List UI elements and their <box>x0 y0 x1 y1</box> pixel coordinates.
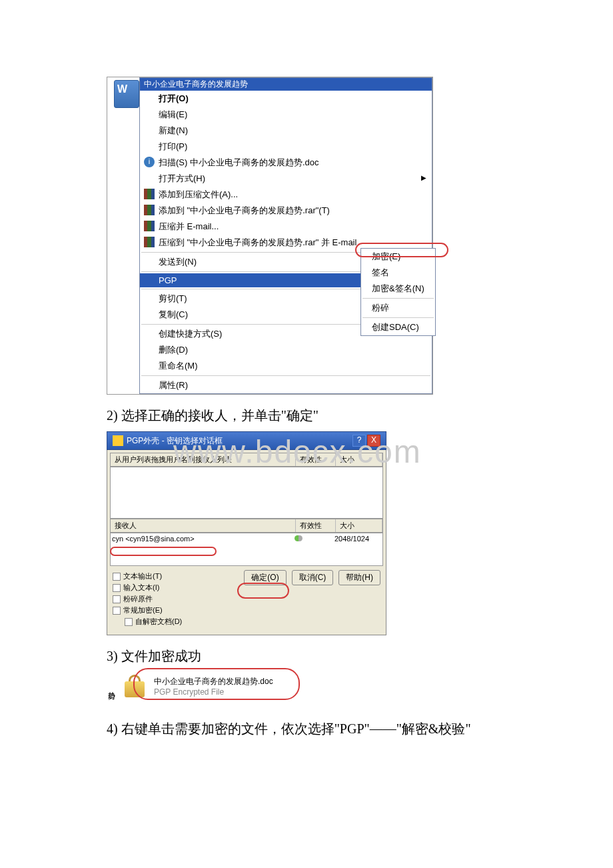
menu-item-label: 添加到 "中小企业电子商务的发展趋势.rar"(T) <box>159 205 330 215</box>
menu-item[interactable]: 删除(D) <box>140 342 432 358</box>
recipient-list-header: 接收人 有效性 大小 <box>110 519 383 533</box>
filename-highlight: 中小企业电子商务的发展趋势 <box>140 78 432 91</box>
dialog-title-text: PGP外壳 - 密钥选择对话框 <box>127 435 223 447</box>
step-4-text: 4) 右键单击需要加密的文件，依次选择"PGP"——"解密&校验" <box>107 720 506 738</box>
menu-item[interactable]: 编辑(E) <box>140 107 432 123</box>
check-shred[interactable]: 粉碎原件 <box>113 594 244 604</box>
menu-item-label: 属性(R) <box>159 380 188 390</box>
cancel-button[interactable]: 取消(C) <box>292 570 334 585</box>
menu-item[interactable]: 添加到 "中小企业电子商务的发展趋势.rar"(T) <box>140 203 432 219</box>
context-menu-screenshot: 中小企业电子商务的发展趋势 打开(O)编辑(E)新建(N)打印(P)i扫描(S)… <box>107 77 433 395</box>
col-name: 从用户列表拖拽用户名到接收人列表 <box>111 453 296 466</box>
submenu-item[interactable]: 粉碎 <box>361 300 435 316</box>
check-self-decrypt[interactable]: 自解密文档(D) <box>125 617 244 627</box>
check-input-text[interactable]: 输入文本(I) <box>113 583 244 593</box>
menu-item-label: 打开方式(H) <box>159 173 205 183</box>
menu-item-label: 扫描(S) 中小企业电子商务的发展趋势.doc <box>159 157 319 167</box>
dialog-titlebar: PGP外壳 - 密钥选择对话框 ? X <box>107 431 386 450</box>
menu-item-label: 重命名(M) <box>159 361 198 371</box>
step-3-text: 3) 文件加密成功 <box>107 647 506 665</box>
menu-separator <box>362 298 434 299</box>
menu-item[interactable]: 打开方式(H)▶ <box>140 171 432 187</box>
step-2-text: 2) 选择正确的接收人，并单击"确定" <box>107 407 506 425</box>
submenu-item[interactable]: 创建SDA(C) <box>361 319 435 335</box>
encrypted-file-info: 中小企业电子商务的发展趋势.doc PGP Encrypted File <box>154 676 273 697</box>
ok-button[interactable]: 确定(O) <box>244 570 286 585</box>
col-valid: 有效性 <box>296 453 336 466</box>
dialog-body: 从用户列表拖拽用户名到接收人列表 有效性 大小 接收人 有效性 大小 cyn <… <box>107 450 386 635</box>
books-icon <box>144 237 155 247</box>
help-button[interactable]: 帮助(H) <box>338 570 380 585</box>
menu-item-label: 新建(N) <box>159 125 188 135</box>
menu-item[interactable]: 压缩并 E-mail... <box>140 219 432 235</box>
books-icon <box>144 189 155 199</box>
close-button[interactable]: X <box>367 435 380 447</box>
recipient-valid <box>295 535 334 543</box>
menu-separator <box>362 317 434 318</box>
menu-item-label: 剪切(T) <box>159 293 187 303</box>
encrypted-file-screenshot: 趋势 中小企业电子商务的发展趋势.doc PGP Encrypted File <box>107 672 306 700</box>
check-conventional[interactable]: 常规加密(E) <box>113 605 244 615</box>
help-button[interactable]: ? <box>352 435 366 447</box>
menu-item[interactable]: 打开(O) <box>140 91 432 107</box>
encrypted-filename: 中小企业电子商务的发展趋势.doc <box>154 676 273 687</box>
submenu-item[interactable]: 加密&签名(N) <box>361 281 435 297</box>
submenu-arrow-icon: ▶ <box>421 174 426 181</box>
books-icon <box>144 221 155 231</box>
menu-item-label: 复制(C) <box>159 309 188 319</box>
recipient-list[interactable]: cyn <cyn915@sina.com> 2048/1024 <box>110 533 383 566</box>
word-icon <box>114 80 139 108</box>
menu-item[interactable]: i扫描(S) 中小企业电子商务的发展趋势.doc <box>140 155 432 171</box>
user-list-header: 从用户列表拖拽用户名到接收人列表 有效性 大小 <box>110 453 383 467</box>
menu-item-label: 压缩并 E-mail... <box>159 221 219 231</box>
col-size: 大小 <box>336 519 382 532</box>
menu-item-label: 打开(O) <box>159 93 189 103</box>
recipient-row[interactable]: cyn <cyn915@sina.com> 2048/1024 <box>112 535 381 543</box>
menu-item[interactable]: 重命名(M) <box>140 358 432 374</box>
blue-icon: i <box>144 157 155 167</box>
submenu-item[interactable]: 签名 <box>361 265 435 281</box>
user-list[interactable] <box>110 467 383 519</box>
pgp-lock-icon <box>121 672 150 700</box>
menu-item[interactable]: 添加到压缩文件(A)... <box>140 187 432 203</box>
col-size: 大小 <box>336 453 382 466</box>
menu-item[interactable]: 属性(R) <box>140 377 432 393</box>
menu-item-label: 打印(P) <box>159 141 187 151</box>
check-text-output[interactable]: 文本输出(T) <box>113 571 244 581</box>
menu-item[interactable]: 新建(N) <box>140 123 432 139</box>
pgp-key-select-dialog: PGP外壳 - 密钥选择对话框 ? X 从用户列表拖拽用户名到接收人列表 有效性… <box>107 431 386 635</box>
col-name: 接收人 <box>111 519 296 532</box>
pgp-submenu: 加密(E)签名加密&签名(N)粉碎创建SDA(C) <box>360 248 436 336</box>
validity-icon <box>295 535 303 541</box>
menu-item-label: PGP <box>159 275 177 285</box>
menu-item-label: 创建快捷方式(S) <box>159 329 222 339</box>
menu-item-label: 删除(D) <box>159 345 188 355</box>
books-icon <box>144 205 155 215</box>
submenu-item[interactable]: 加密(E) <box>361 249 435 265</box>
col-valid: 有效性 <box>296 519 336 532</box>
encrypted-filetype: PGP Encrypted File <box>154 687 273 697</box>
recipient-size: 2048/1024 <box>334 535 381 543</box>
dialog-icon <box>113 435 123 446</box>
menu-item-label: 压缩到 "中小企业电子商务的发展趋势.rar" 并 E-mail <box>159 237 356 247</box>
context-menu: 中小企业电子商务的发展趋势 打开(O)编辑(E)新建(N)打印(P)i扫描(S)… <box>139 77 432 394</box>
menu-item-label: 发送到(N) <box>159 257 197 267</box>
menu-item[interactable]: 打印(P) <box>140 139 432 155</box>
menu-item-label: 编辑(E) <box>159 109 187 119</box>
menu-item-label: 添加到压缩文件(A)... <box>159 189 238 199</box>
menu-separator <box>141 375 430 376</box>
options-checks: 文本输出(T) 输入文本(I) 粉碎原件 常规加密(E) 自解密文档(D) <box>113 570 244 628</box>
recipient-name: cyn <cyn915@sina.com> <box>112 535 295 543</box>
